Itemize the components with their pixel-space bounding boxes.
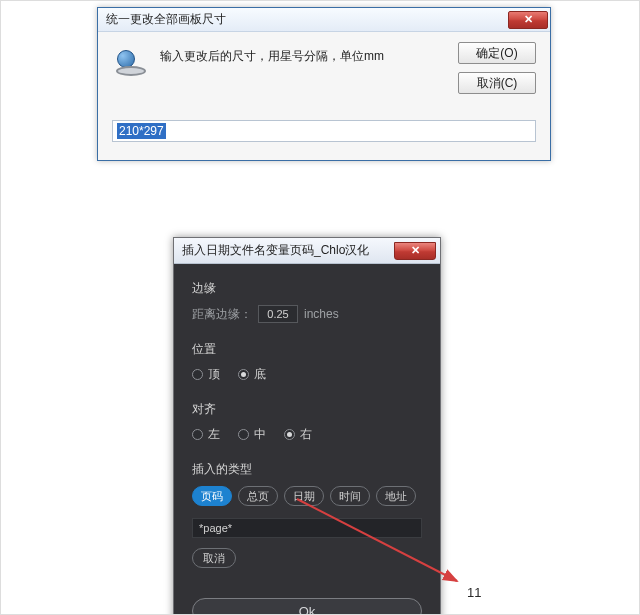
insert-type-pill-2[interactable]: 日期	[284, 486, 324, 506]
insert-type-pill-3[interactable]: 时间	[330, 486, 370, 506]
insert-type-pill-1[interactable]: 总页	[238, 486, 278, 506]
align-radio-1[interactable]: 中	[238, 426, 266, 443]
radio-dot-icon	[192, 369, 203, 380]
dialog1-close-button[interactable]: ✕	[508, 11, 548, 29]
insert-pattern-input[interactable]: *page*	[192, 518, 422, 538]
position-section-title: 位置	[192, 341, 422, 358]
page-number: 11	[467, 585, 481, 600]
dialog2-close-button[interactable]: ✕	[394, 242, 436, 260]
margin-section: 边缘 距离边缘： 0.25 inches	[192, 280, 422, 323]
position-section: 位置 顶底	[192, 341, 422, 383]
dialog1-title: 统一更改全部画板尺寸	[106, 11, 226, 28]
align-section: 对齐 左中右	[192, 401, 422, 443]
position-radio-label: 底	[254, 366, 266, 383]
dialog2-title: 插入日期文件名变量页码_Chlo汉化	[182, 242, 369, 259]
dialog1-titlebar: 统一更改全部画板尺寸 ✕	[98, 8, 550, 32]
insert-type-section: 插入的类型 页码总页日期时间地址文件名 *page* 取消	[192, 461, 422, 568]
size-input[interactable]: 210*297	[112, 120, 536, 142]
margin-unit: inches	[304, 307, 339, 321]
radio-dot-icon	[192, 429, 203, 440]
margin-value-input[interactable]: 0.25	[258, 305, 298, 323]
info-icon	[112, 44, 148, 80]
align-section-title: 对齐	[192, 401, 422, 418]
radio-dot-icon	[238, 369, 249, 380]
size-input-value: 210*297	[117, 123, 166, 139]
align-radio-label: 中	[254, 426, 266, 443]
dialog2-ok-button[interactable]: Ok	[192, 598, 422, 615]
margin-section-title: 边缘	[192, 280, 422, 297]
margin-label: 距离边缘：	[192, 306, 252, 323]
resize-artboards-dialog: 统一更改全部画板尺寸 ✕ 输入更改后的尺寸，用星号分隔，单位mm 确定(O) 取…	[97, 7, 551, 161]
dialog2-titlebar: 插入日期文件名变量页码_Chlo汉化 ✕	[174, 238, 440, 264]
insert-type-pill-4[interactable]: 地址	[376, 486, 416, 506]
align-radio-0[interactable]: 左	[192, 426, 220, 443]
align-radio-label: 左	[208, 426, 220, 443]
align-radio-2[interactable]: 右	[284, 426, 312, 443]
radio-dot-icon	[284, 429, 295, 440]
insert-type-section-title: 插入的类型	[192, 461, 422, 478]
dialog1-prompt: 输入更改后的尺寸，用星号分隔，单位mm	[160, 42, 446, 65]
align-radio-label: 右	[300, 426, 312, 443]
ok-button[interactable]: 确定(O)	[458, 42, 536, 64]
close-icon: ✕	[411, 244, 420, 257]
cancel-button[interactable]: 取消(C)	[458, 72, 536, 94]
close-icon: ✕	[524, 13, 533, 26]
insert-type-pill-0[interactable]: 页码	[192, 486, 232, 506]
position-radio-0[interactable]: 顶	[192, 366, 220, 383]
dialog2-body: 边缘 距离边缘： 0.25 inches 位置 顶底 对齐 左中右 插入的类型 …	[174, 264, 440, 615]
radio-dot-icon	[238, 429, 249, 440]
insert-variable-dialog: 插入日期文件名变量页码_Chlo汉化 ✕ 边缘 距离边缘： 0.25 inche…	[173, 237, 441, 615]
position-radio-label: 顶	[208, 366, 220, 383]
insert-cancel-button[interactable]: 取消	[192, 548, 236, 568]
dialog1-body: 输入更改后的尺寸，用星号分隔，单位mm 确定(O) 取消(C) 210*297	[98, 32, 550, 160]
position-radio-1[interactable]: 底	[238, 366, 266, 383]
